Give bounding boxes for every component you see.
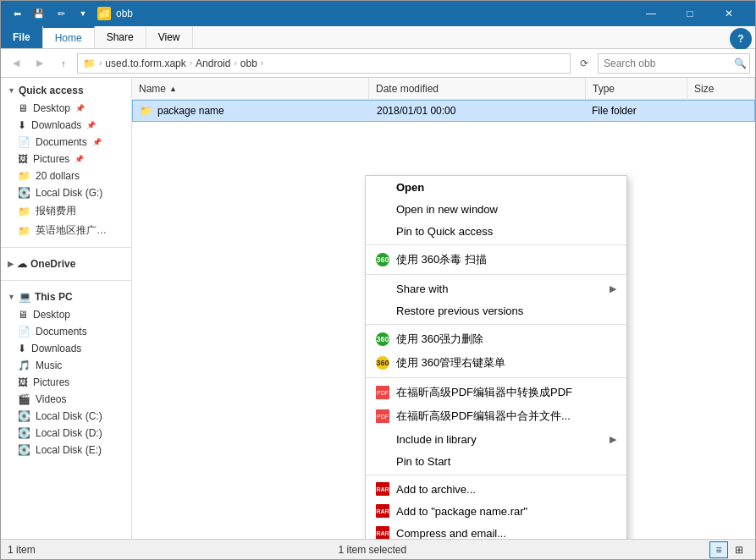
search-bar: 🔍 xyxy=(598,53,750,74)
qat-undo[interactable]: ✏ xyxy=(52,4,70,23)
minimize-button[interactable]: — xyxy=(632,1,670,26)
ctx-compress-email-label: Compress and email... xyxy=(396,527,616,540)
this-pc-arrow: ▼ xyxy=(8,293,15,301)
downloads-icon: ⬇ xyxy=(18,119,26,131)
sidebar-item-pc-c[interactable]: 💽 Local Disk (C:) xyxy=(1,408,131,425)
breadcrumb-xapk[interactable]: used.to.form.xapk xyxy=(105,58,185,69)
ctx-open-new-icon xyxy=(376,202,389,216)
statusbar-view-controls: ≡ ⊞ xyxy=(709,541,748,558)
this-pc-header[interactable]: ▼ 💻 This PC xyxy=(1,288,131,306)
search-input[interactable] xyxy=(604,58,731,69)
folder-icon-20: 📁 xyxy=(18,170,30,182)
sidebar-item-pc-e[interactable]: 💽 Local Disk (E:) xyxy=(1,442,131,458)
ctx-add-rar[interactable]: RAR Add to "package name.rar" xyxy=(366,500,626,522)
ctx-restore[interactable]: Restore previous versions xyxy=(366,299,626,321)
sidebar-item-pc-documents[interactable]: 📄 Documents xyxy=(1,323,131,340)
ctx-360delete-label: 使用 360强力删除 xyxy=(396,332,616,347)
qat-dropdown[interactable]: ▼ xyxy=(74,4,92,23)
pin-icon: 📌 xyxy=(75,104,85,113)
context-menu-overlay[interactable]: Open Open in new window Pin to Quick acc… xyxy=(132,78,755,539)
ctx-open-icon xyxy=(376,180,389,194)
ctx-rar1-icon: RAR xyxy=(376,482,389,496)
sidebar-item-downloads[interactable]: ⬇ Downloads 📌 xyxy=(1,117,131,134)
tab-home[interactable]: Home xyxy=(43,26,95,48)
close-button[interactable]: ✕ xyxy=(709,1,748,26)
filearea: Name ▲ Date modified Type Size 📁 xyxy=(132,78,755,539)
quick-access-header[interactable]: ▼ Quick access xyxy=(1,81,131,100)
ctx-open[interactable]: Open xyxy=(366,176,626,198)
ctx-compress-email[interactable]: RAR Compress and email... xyxy=(366,522,626,539)
sidebar-item-pc-music[interactable]: 🎵 Music xyxy=(1,357,131,374)
pc-videos-icon: 🎬 xyxy=(18,393,30,405)
pin-icon-3: 📌 xyxy=(92,138,102,146)
context-menu: Open Open in new window Pin to Quick acc… xyxy=(365,175,627,539)
addressbar: ◀ ▶ ↑ 📁 › used.to.form.xapk › Android › … xyxy=(1,49,755,78)
ctx-pin-quick[interactable]: Pin to Quick access xyxy=(366,220,626,242)
ctx-pdf2-icon: PDF xyxy=(376,409,389,423)
sidebar-item-pc-d[interactable]: 💽 Local Disk (D:) xyxy=(1,425,131,442)
window-icon: 📁 xyxy=(97,7,111,20)
ctx-share-with[interactable]: Share with ▶ xyxy=(366,277,626,299)
window: ⬅ 💾 ✏ ▼ 📁 obb — □ ✕ File Home Share xyxy=(0,0,756,560)
pictures-icon: 🖼 xyxy=(18,153,28,165)
tab-file[interactable]: File xyxy=(1,26,43,48)
sidebar-item-pictures[interactable]: 🖼 Pictures 📌 xyxy=(1,151,131,167)
nav-up[interactable]: ↑ xyxy=(53,53,74,74)
tab-share[interactable]: Share xyxy=(95,26,146,48)
ctx-360mgr-icon: 360 xyxy=(376,356,389,370)
breadcrumb[interactable]: 📁 › used.to.form.xapk › Android › obb › xyxy=(77,53,571,74)
ctx-share-arrow: ▶ xyxy=(610,283,616,294)
sidebar-item-yingyu[interactable]: 📁 英语地区推广… xyxy=(1,221,115,240)
ctx-pin-icon xyxy=(376,224,389,238)
breadcrumb-android[interactable]: Android xyxy=(196,58,230,69)
onedrive-header[interactable]: ▶ ☁ OneDrive xyxy=(1,255,131,273)
desktop-icon: 🖥 xyxy=(18,102,28,114)
search-icon: 🔍 xyxy=(734,58,747,69)
ctx-sep-3 xyxy=(366,324,626,325)
ctx-sep-1 xyxy=(366,244,626,245)
quick-access-arrow: ▼ xyxy=(8,86,15,95)
statusbar-selected: 1 item selected xyxy=(338,544,406,556)
breadcrumb-obb[interactable]: obb xyxy=(240,58,257,69)
qat-save[interactable]: 💾 xyxy=(30,4,48,23)
sidebar-item-pc-desktop[interactable]: 🖥 Desktop xyxy=(1,306,131,323)
tab-view[interactable]: View xyxy=(146,26,193,48)
help-button[interactable]: ? xyxy=(730,28,752,50)
ctx-pdf-merge[interactable]: PDF 在福昕高级PDF编辑器中合并文件... xyxy=(366,404,626,428)
sidebar-item-documents[interactable]: 📄 Documents 📌 xyxy=(1,134,131,151)
this-pc-label: This PC xyxy=(35,291,73,303)
sidebar-item-pc-pictures[interactable]: 🖼 Pictures xyxy=(1,374,131,391)
ctx-add-archive[interactable]: RAR Add to archive... xyxy=(366,478,626,500)
ctx-open-new-window[interactable]: Open in new window xyxy=(366,198,626,220)
ribbon: File Home Share View ? xyxy=(1,26,755,49)
cloud-icon: ☁ xyxy=(17,258,27,270)
pc-dl-icon: ⬇ xyxy=(18,343,26,354)
folder-icon-baoxiao: 📁 xyxy=(18,206,30,217)
nav-forward[interactable]: ▶ xyxy=(30,53,50,74)
ctx-sep-2 xyxy=(366,274,626,275)
ctx-360manage[interactable]: 360 使用 360管理右键菜单 xyxy=(366,351,626,375)
sidebar-item-20dollars[interactable]: 📁 20 dollars xyxy=(1,167,131,184)
ctx-360scan[interactable]: 360 使用 360杀毒 扫描 xyxy=(366,248,626,272)
sidebar-item-baoxiao[interactable]: 📁 报销费用 xyxy=(1,201,131,221)
refresh-button[interactable]: ⟳ xyxy=(574,53,594,74)
ctx-include-library[interactable]: Include in library ▶ xyxy=(366,428,626,450)
quick-access-toolbar: ⬅ 💾 ✏ ▼ xyxy=(8,4,92,23)
nav-back[interactable]: ◀ xyxy=(6,53,26,74)
ctx-add-archive-label: Add to archive... xyxy=(396,483,616,496)
sidebar-item-local-g[interactable]: 💽 Local Disk (G:) xyxy=(1,184,131,201)
ctx-360delete[interactable]: 360 使用 360强力删除 xyxy=(366,327,626,351)
ctx-pinstart-icon xyxy=(376,454,389,468)
ctx-pdf-convert[interactable]: PDF 在福昕高级PDF编辑器中转换成PDF xyxy=(366,381,626,404)
breadcrumb-icon: 📁 xyxy=(83,58,96,69)
ctx-pin-start[interactable]: Pin to Start xyxy=(366,450,626,472)
sidebar-item-desktop[interactable]: 🖥 Desktop 📌 xyxy=(1,100,131,117)
view-details-button[interactable]: ≡ xyxy=(709,541,728,558)
statusbar-count: 1 item xyxy=(8,544,36,556)
maximize-button[interactable]: □ xyxy=(670,1,709,26)
view-tiles-button[interactable]: ⊞ xyxy=(730,541,748,558)
qat-back[interactable]: ⬅ xyxy=(8,4,26,23)
sidebar-item-pc-videos[interactable]: 🎬 Videos xyxy=(1,391,131,408)
drive-c-icon: 💽 xyxy=(18,410,30,422)
sidebar-item-pc-downloads[interactable]: ⬇ Downloads xyxy=(1,340,131,357)
